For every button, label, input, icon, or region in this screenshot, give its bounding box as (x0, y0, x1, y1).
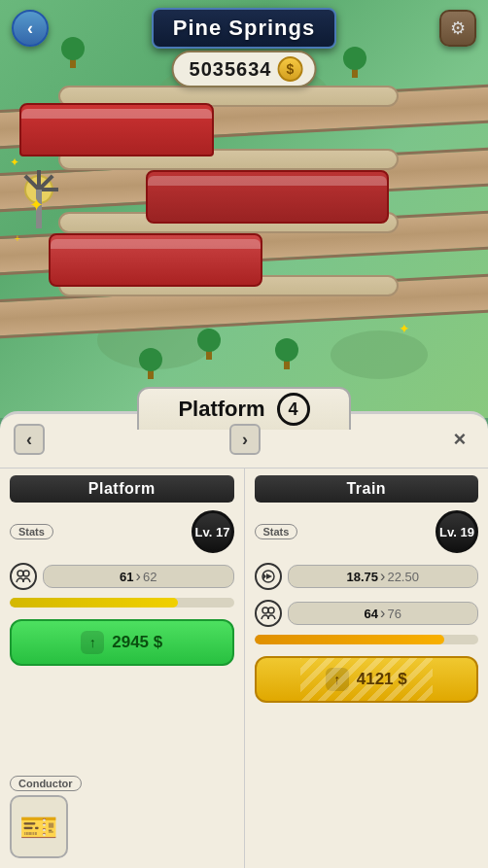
train-stats-row: Stats Lv. 19 (255, 510, 479, 553)
train-capacity-icon (255, 600, 282, 627)
platform-capacity-bar: 61 › 62 (43, 565, 234, 588)
svg-point-5 (262, 608, 268, 613)
platform-upgrade-arrow-icon: ↑ (81, 631, 104, 654)
conductor-slot[interactable]: 🎫 (10, 795, 68, 858)
platform-col-header: Platform (10, 475, 234, 503)
train-capacity-stat: 64 › 76 (255, 600, 479, 627)
train-col-header: Train (255, 475, 479, 503)
train-speed-next: 22.50 (387, 570, 419, 584)
train (19, 103, 214, 156)
panel-nav: ‹ › × (0, 424, 488, 455)
train-column: Train Stats Lv. 19 18.75 › 22. (245, 468, 489, 868)
city-title-container: Pine Springs (152, 8, 336, 49)
platform-capacity-stat: 61 › 62 (10, 563, 234, 590)
platform-upgrade-cost: 2945 $ (112, 633, 162, 652)
svg-marker-4 (263, 573, 266, 579)
platform-stats-row: Stats Lv. 17 (10, 510, 234, 553)
train-capacity-next: 76 (387, 607, 401, 621)
currency-amount: 5035634 (190, 58, 272, 81)
train-speed-current: 18.75 (347, 570, 379, 584)
platform-capacity-current: 61 (120, 570, 133, 584)
train (49, 233, 262, 287)
conductor-icon: 🎫 (19, 809, 58, 846)
city-title: Pine Springs (173, 16, 315, 41)
platform-stats-label: Stats (10, 524, 53, 539)
train-upgrade-button[interactable]: ↑ 4121 $ (255, 656, 479, 703)
platform-level-badge: Lv. 17 (192, 510, 234, 553)
platform-number-badge: 4 (277, 393, 310, 426)
platform-progress-fill (10, 598, 178, 608)
sparkle-effect: ✦ (29, 194, 44, 216)
close-button[interactable]: × (445, 425, 474, 454)
header-bar: ‹ Pine Springs ⚙ (0, 0, 488, 56)
svg-point-0 (17, 571, 23, 576)
platform-capacity-icon (10, 563, 37, 590)
train-speed-bar: 18.75 › 22.50 (288, 565, 479, 588)
currency-bar: 5035634 $ (172, 51, 317, 87)
currency-icon: $ (277, 56, 302, 82)
train-speed-icon (255, 563, 282, 590)
tree-decoration (194, 330, 224, 360)
train-capacity-current: 64 (365, 607, 378, 621)
svg-point-1 (23, 571, 29, 576)
sparkle-effect: ✦ (399, 321, 410, 336)
platform-header-title: Platform (178, 397, 264, 422)
train-stats-label: Stats (255, 524, 298, 539)
platform-upgrade-button[interactable]: ↑ 2945 $ (10, 619, 234, 666)
bottom-panel: Platform 4 ‹ › × Platform Stats Lv. 17 (0, 411, 488, 868)
conductor-label: Conductor (10, 776, 82, 791)
settings-button[interactable]: ⚙ (439, 10, 476, 47)
sparkle-effect: ✦ (10, 156, 19, 169)
svg-marker-3 (266, 573, 272, 579)
ground-patch (331, 330, 428, 379)
train-progress-bar (255, 635, 479, 644)
tree-decoration (272, 340, 301, 369)
back-button[interactable]: ‹ (12, 10, 49, 47)
svg-point-6 (268, 608, 274, 613)
nav-prev-button[interactable]: ‹ (14, 424, 45, 455)
train-level-badge: Lv. 19 (436, 510, 478, 553)
train-progress-fill (255, 635, 445, 644)
platform-capacity-next: 62 (143, 570, 157, 584)
tree-decoration (136, 350, 165, 379)
train-capacity-bar: 64 › 76 (288, 602, 479, 625)
sparkle-effect: + (15, 233, 20, 244)
nav-next-button[interactable]: › (229, 424, 261, 455)
conductor-section: Conductor 🎫 (10, 776, 82, 858)
train (146, 170, 389, 224)
platform-progress-bar (10, 598, 234, 608)
train-speed-stat: 18.75 › 22.50 (255, 563, 479, 590)
train-upgrade-arrow-icon: ↑ (326, 668, 349, 691)
train-upgrade-cost: 4121 $ (357, 670, 407, 689)
